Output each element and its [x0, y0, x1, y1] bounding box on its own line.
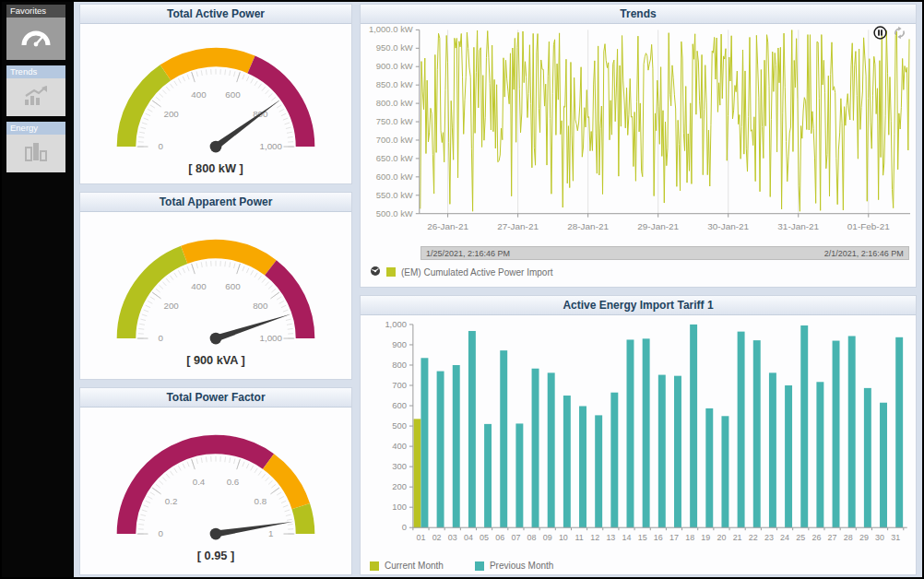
scroll-end-timestamp: 2/1/2021, 2:16:46 PM — [824, 249, 904, 258]
svg-text:19: 19 — [701, 533, 710, 542]
bar-previous — [563, 396, 571, 527]
current-month-label: Current Month — [385, 561, 444, 571]
bar-previous — [690, 325, 697, 527]
svg-text:31-Jan-21: 31-Jan-21 — [777, 221, 819, 231]
gauges-column: Total Active Power 02004006008001,000[ 8… — [79, 4, 352, 575]
trend-chart-icon — [22, 85, 50, 111]
pause-icon[interactable] — [873, 26, 887, 40]
svg-text:750.0 kW: 750.0 kW — [376, 116, 413, 126]
svg-text:28: 28 — [844, 533, 853, 542]
bar-previous — [785, 385, 792, 527]
sidebar: Favorites Trends — [2, 2, 74, 577]
bar-previous — [738, 332, 745, 528]
svg-text:550.0 kW: 550.0 kW — [376, 190, 413, 200]
svg-text:650.0 kW: 650.0 kW — [376, 153, 413, 163]
svg-text:1: 1 — [268, 528, 273, 538]
svg-text:900: 900 — [392, 339, 407, 349]
bar-previous — [833, 341, 840, 528]
bar-previous — [800, 325, 808, 527]
svg-text:13: 13 — [606, 533, 615, 542]
bar-previous — [769, 372, 776, 527]
bar-previous — [437, 372, 444, 528]
sidebar-header-trends: Trends — [6, 65, 65, 78]
bar-previous — [816, 382, 823, 527]
svg-text:0.4: 0.4 — [193, 477, 206, 487]
svg-text:18: 18 — [685, 533, 694, 542]
svg-text:04: 04 — [464, 533, 473, 542]
panel-title: Active Energy Import Tariff 1 — [361, 296, 916, 315]
svg-text:300: 300 — [392, 461, 407, 471]
current-month-swatch — [370, 561, 379, 571]
sidebar-group-favorites: Favorites — [6, 5, 65, 60]
svg-text:02: 02 — [432, 533, 442, 542]
legend-meter-icon[interactable] — [370, 266, 381, 278]
svg-text:17: 17 — [669, 533, 679, 542]
svg-text:08: 08 — [527, 533, 537, 542]
bar-previous — [864, 388, 871, 527]
svg-text:16: 16 — [654, 533, 663, 542]
sidebar-header-favorites: Favorites — [6, 5, 65, 18]
gauge-value-label: [ 0.95 ] — [197, 549, 234, 562]
svg-text:500: 500 — [392, 420, 407, 431]
trends-legend-swatch — [386, 267, 396, 277]
trends-time-scrollbar[interactable]: 1/25/2021, 2:16:46 PM 2/1/2021, 2:16:46 … — [421, 246, 909, 260]
gauge-total-power-factor: 00.20.40.60.81[ 0.95 ] — [80, 408, 351, 573]
main-content: Total Active Power 02004006008001,000[ 8… — [74, 2, 922, 577]
panel-trends: Trends — [360, 4, 917, 288]
svg-text:200: 200 — [392, 481, 407, 491]
svg-text:850.0 kW: 850.0 kW — [376, 79, 413, 89]
bar-previous — [500, 350, 507, 527]
legend-item-current-month: Current Month — [370, 561, 444, 571]
panel-title: Total Active Power — [80, 5, 351, 24]
bar-current — [414, 419, 421, 527]
svg-text:26-Jan-21: 26-Jan-21 — [427, 221, 468, 231]
svg-text:700.0 kW: 700.0 kW — [376, 135, 413, 145]
svg-text:01: 01 — [416, 533, 425, 542]
sidebar-item-energy[interactable] — [6, 135, 65, 172]
svg-text:07: 07 — [511, 533, 520, 542]
trends-legend-label: (EM) Cumulated Active Power Import — [401, 267, 553, 278]
bar-previous — [753, 340, 761, 527]
svg-text:100: 100 — [392, 502, 407, 512]
svg-text:0.2: 0.2 — [165, 496, 178, 506]
panel-title: Trends — [361, 5, 916, 24]
bar-previous — [674, 376, 681, 528]
trends-series-line — [421, 30, 909, 212]
svg-text:03: 03 — [448, 533, 457, 542]
sidebar-item-favorites-gauges[interactable] — [6, 18, 65, 60]
svg-text:200: 200 — [163, 109, 179, 119]
svg-text:800: 800 — [392, 360, 407, 370]
svg-text:20: 20 — [717, 533, 726, 542]
svg-text:0: 0 — [158, 528, 163, 538]
svg-text:600.0 kW: 600.0 kW — [376, 171, 413, 182]
bar-previous — [453, 365, 460, 527]
panel-active-energy-import: Active Energy Import Tariff 1 1,00090080… — [360, 295, 917, 575]
svg-text:0: 0 — [402, 522, 407, 532]
svg-text:05: 05 — [480, 533, 489, 542]
sidebar-item-trends[interactable] — [6, 78, 65, 116]
previous-month-swatch — [475, 561, 484, 571]
svg-text:500.0 kW: 500.0 kW — [376, 208, 413, 219]
trends-line-chart: 1,000.0 kW950.0 kW900.0 kW850.0 kW800.0 … — [361, 24, 916, 245]
svg-text:29-Jan-21: 29-Jan-21 — [637, 221, 679, 231]
dashboard-root: Favorites Trends — [2, 2, 922, 577]
bar-previous — [421, 358, 428, 527]
bar-previous — [658, 375, 666, 528]
svg-text:400: 400 — [392, 441, 407, 451]
bar-previous — [848, 336, 856, 527]
svg-text:31: 31 — [891, 533, 900, 542]
panel-total-active-power: Total Active Power 02004006008001,000[ 8… — [79, 4, 352, 184]
svg-text:900.0 kW: 900.0 kW — [376, 61, 413, 71]
refresh-icon[interactable] — [893, 26, 906, 40]
energy-bars — [414, 325, 904, 527]
trends-legend: (EM) Cumulated Active Power Import — [361, 260, 916, 278]
bar-previous — [627, 339, 634, 527]
gauge-value-label: [ 900 kVA ] — [186, 353, 245, 367]
gauge-needle — [210, 522, 294, 540]
svg-text:1,000: 1,000 — [385, 319, 407, 329]
energy-bar-chart: 1,00090080070060050040030020010000102030… — [361, 315, 916, 555]
svg-text:27: 27 — [828, 533, 837, 542]
svg-text:600: 600 — [225, 89, 241, 100]
svg-text:0: 0 — [158, 333, 163, 343]
svg-text:10: 10 — [559, 533, 568, 542]
